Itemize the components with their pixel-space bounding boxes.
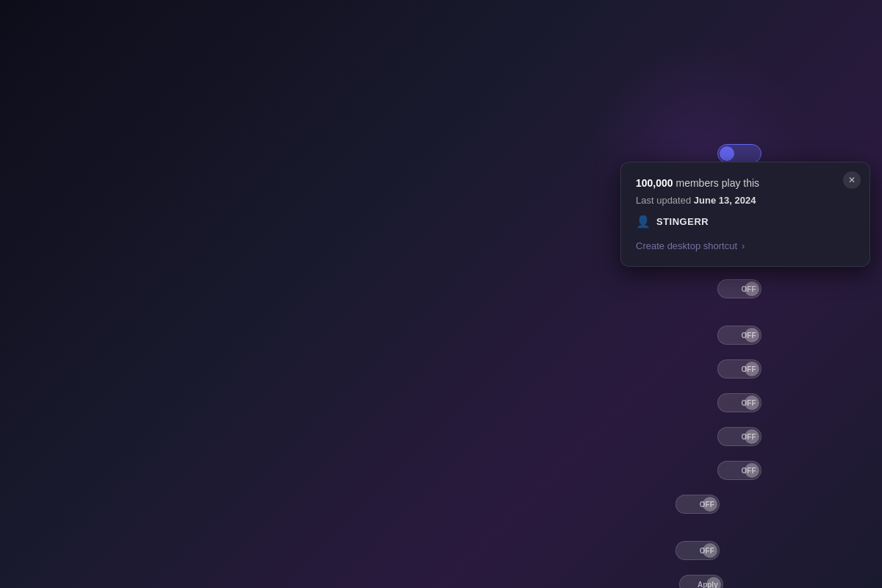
toggle-knob	[745, 328, 759, 343]
toggle-switch[interactable]: Apply	[679, 575, 723, 588]
popup-close-button[interactable]: ✕	[843, 171, 861, 189]
toggle-switch[interactable]: OFF	[717, 393, 761, 412]
toggle-switch[interactable]: OFF	[717, 326, 761, 345]
author-icon: 👤	[636, 215, 650, 229]
toggle-knob	[720, 146, 734, 161]
popup-shortcut-link[interactable]: Create desktop shortcut ›	[636, 240, 855, 251]
toggle-switch[interactable]: OFF	[717, 461, 761, 480]
toggle-switch[interactable]: OFF	[717, 359, 761, 379]
popup-updated-date: June 13, 2024	[694, 195, 756, 206]
toggle-switch[interactable]: OFF	[717, 279, 761, 298]
popup-shortcut-arrow: ›	[742, 240, 745, 251]
popup-updated-label: Last updated	[636, 195, 691, 206]
popup-author: 👤 STINGERR	[636, 215, 855, 229]
toggle-knob	[703, 497, 717, 512]
popup-updated-text: Last updated June 13, 2024	[636, 195, 855, 206]
toggle-knob	[745, 362, 759, 376]
popup-shortcut-label: Create desktop shortcut	[636, 240, 737, 251]
mod-info-popup: ✕ 100,000 members play this Last updated…	[620, 162, 870, 267]
toggle-knob	[745, 429, 759, 444]
popup-members-text: 100,000 members play this	[636, 177, 855, 189]
popup-members-count: 100,000	[636, 177, 673, 189]
popup-author-name: STINGERR	[656, 216, 709, 227]
toggle-switch[interactable]: OFF	[717, 427, 761, 446]
toggle-knob	[745, 395, 759, 410]
toggle-switch[interactable]: OFF	[675, 541, 720, 560]
toggle-knob	[745, 282, 759, 296]
toggle-knob	[745, 463, 759, 478]
toggle-switch[interactable]: OFF	[675, 495, 720, 514]
toggle-knob	[706, 577, 721, 588]
toggle-knob	[703, 543, 717, 558]
toggle-switch[interactable]: ON	[717, 144, 761, 163]
